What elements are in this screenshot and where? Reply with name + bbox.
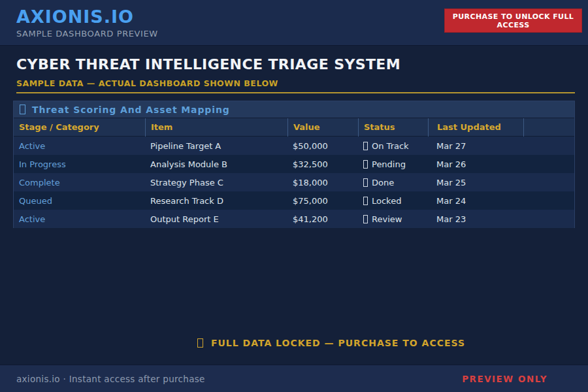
gold-divider <box>16 92 575 93</box>
cell-item: Output Report E <box>145 214 287 224</box>
cell-updated: Mar 27 <box>428 141 523 151</box>
status-glyph-icon <box>363 178 368 187</box>
status-glyph-icon <box>363 160 368 169</box>
cell-status: On Track <box>358 141 428 151</box>
table-section-header: Threat Scoring And Asset Mapping <box>14 101 574 118</box>
column-header-empty <box>523 118 574 137</box>
cell-stage: Active <box>14 141 145 151</box>
footer-info: axionis.io · Instant access after purcha… <box>16 374 205 384</box>
cell-item: Pipeline Target A <box>145 141 287 151</box>
table-row: Active Output Report E $41,200 Review Ma… <box>14 210 574 228</box>
app-footer: axionis.io · Instant access after purcha… <box>0 365 588 392</box>
section-title: Threat Scoring And Asset Mapping <box>32 105 230 115</box>
cell-value: $32,500 <box>287 159 358 169</box>
cell-value: $50,000 <box>287 141 358 151</box>
table-row: In Progress Analysis Module B $32,500 Pe… <box>14 155 574 173</box>
column-header-value: Value <box>287 118 358 137</box>
cell-stage: Complete <box>14 178 145 188</box>
main-content: CYBER THREAT INTELLIGENCE TRIAGE SYSTEM … <box>0 56 588 228</box>
status-label: Done <box>372 178 394 188</box>
status-label: Pending <box>372 159 406 169</box>
table-header-row: Stage / Category Item Value Status Last … <box>14 118 574 137</box>
cell-updated: Mar 23 <box>428 214 523 224</box>
status-glyph-icon <box>363 215 368 223</box>
column-header-stage: Stage / Category <box>14 118 145 137</box>
cell-item: Analysis Module B <box>145 159 287 169</box>
threat-table: Threat Scoring And Asset Mapping Stage /… <box>13 101 575 228</box>
cell-status: Locked <box>358 196 428 206</box>
status-label: On Track <box>372 141 409 151</box>
table-body: Active Pipeline Target A $50,000 On Trac… <box>14 137 574 228</box>
cell-value: $18,000 <box>287 178 358 188</box>
lock-icon <box>20 105 25 114</box>
cell-updated: Mar 25 <box>428 178 523 188</box>
cell-status: Done <box>358 178 428 188</box>
column-header-status: Status <box>358 118 428 137</box>
preview-only-badge: PREVIEW ONLY <box>462 374 547 384</box>
cell-item: Research Track D <box>145 196 287 206</box>
cell-value: $75,000 <box>287 196 358 206</box>
table-row: Active Pipeline Target A $50,000 On Trac… <box>14 137 574 155</box>
status-glyph-icon <box>363 142 368 150</box>
cell-stage: In Progress <box>14 159 145 169</box>
table-row: Queued Research Track D $75,000 Locked M… <box>14 191 574 210</box>
cell-updated: Mar 24 <box>428 196 523 206</box>
app-header: AXIONIS.IO SAMPLE DASHBOARD PREVIEW PURC… <box>0 0 588 46</box>
table-row: Complete Strategy Phase C $18,000 Done M… <box>14 173 574 191</box>
cell-stage: Active <box>14 214 145 224</box>
cell-updated: Mar 26 <box>428 159 523 169</box>
status-label: Review <box>372 214 402 224</box>
cell-value: $41,200 <box>287 214 358 224</box>
cell-status: Review <box>358 214 428 224</box>
status-label: Locked <box>372 196 401 206</box>
status-glyph-icon <box>363 197 368 205</box>
lock-icon <box>197 338 203 348</box>
cell-item: Strategy Phase C <box>145 178 287 188</box>
column-header-item: Item <box>145 118 287 137</box>
cell-status: Pending <box>358 159 428 169</box>
purchase-unlock-button[interactable]: PURCHASE TO UNLOCK FULL ACCESS <box>444 8 582 33</box>
page-title: CYBER THREAT INTELLIGENCE TRIAGE SYSTEM <box>16 56 575 73</box>
column-header-updated: Last Updated <box>428 118 523 137</box>
page-subtitle: SAMPLE DATA — ACTUAL DASHBOARD SHOWN BEL… <box>16 78 575 88</box>
locked-banner: FULL DATA LOCKED — PURCHASE TO ACCESS <box>0 338 588 348</box>
locked-banner-text: FULL DATA LOCKED — PURCHASE TO ACCESS <box>211 338 465 348</box>
cell-stage: Queued <box>14 196 145 206</box>
